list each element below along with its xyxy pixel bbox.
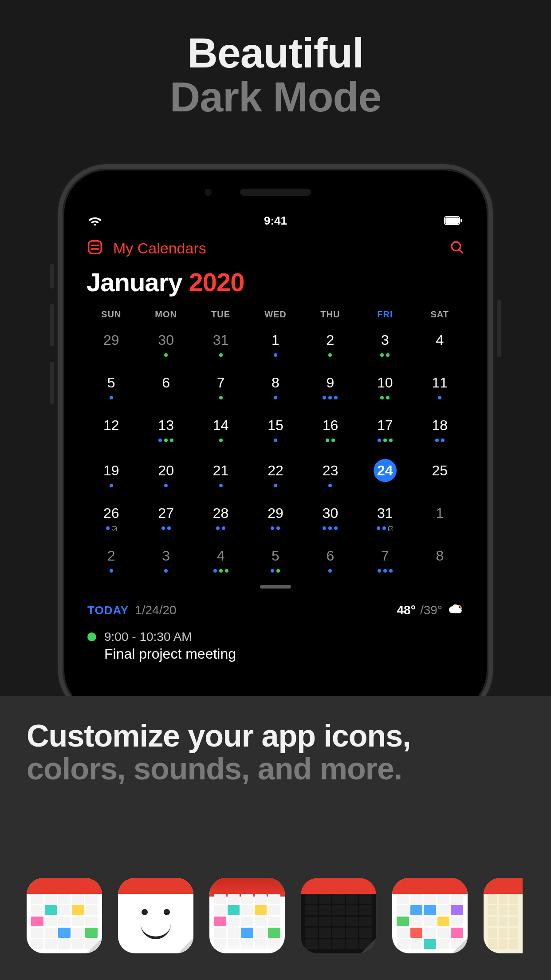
calendar-day[interactable]: 2 bbox=[303, 324, 358, 364]
calendar-day[interactable]: 7 bbox=[358, 540, 412, 580]
app-icon-face[interactable] bbox=[118, 878, 193, 953]
calendar-day[interactable]: 26 bbox=[84, 497, 138, 537]
calendar-day[interactable]: 15 bbox=[248, 409, 303, 449]
day-number: 5 bbox=[100, 371, 123, 394]
calendar-day[interactable]: 19 bbox=[84, 454, 138, 494]
calendars-menu-icon[interactable] bbox=[87, 239, 103, 257]
calendar-day[interactable]: 29 bbox=[84, 324, 138, 364]
calendar-day[interactable]: 22 bbox=[248, 454, 303, 494]
day-event-dots bbox=[274, 439, 277, 443]
calendar-day[interactable]: 30 bbox=[138, 324, 193, 364]
calendar-day[interactable]: 7 bbox=[193, 367, 248, 407]
day-event-dots bbox=[164, 484, 168, 488]
day-event-dots bbox=[219, 484, 223, 488]
calendar-day[interactable]: 13 bbox=[138, 409, 193, 449]
calendar-day[interactable]: 1 bbox=[248, 324, 303, 364]
svg-rect-1 bbox=[445, 217, 459, 224]
day-event-dots bbox=[219, 439, 223, 443]
event-time: 9:00 - 10:30 AM bbox=[104, 630, 236, 644]
calendar-day[interactable]: 20 bbox=[138, 454, 193, 494]
app-icon-scroller[interactable] bbox=[27, 878, 551, 953]
calendar-day[interactable]: 21 bbox=[193, 454, 248, 494]
calendar-day[interactable]: 1 bbox=[413, 497, 467, 537]
month-year: 2020 bbox=[189, 268, 244, 296]
calendar-day[interactable]: 3 bbox=[358, 324, 412, 364]
day-event-dots bbox=[323, 526, 338, 531]
promo-line1: Customize your app icons, bbox=[27, 718, 524, 754]
day-event-dots bbox=[164, 569, 168, 573]
day-number: 23 bbox=[319, 459, 342, 482]
day-number: 29 bbox=[100, 328, 123, 352]
event-row[interactable]: 9:00 - 10:30 AM Final project meeting bbox=[84, 623, 467, 662]
calendar-day[interactable]: 31 bbox=[193, 324, 248, 364]
promo-panel: Customize your app icons, colors, sounds… bbox=[0, 696, 551, 980]
calendar-day[interactable]: 5 bbox=[248, 540, 303, 580]
calendar-day[interactable]: 31 bbox=[358, 497, 412, 537]
temp-low: /39° bbox=[420, 603, 442, 617]
day-number: 13 bbox=[154, 414, 177, 437]
search-icon[interactable] bbox=[449, 240, 464, 257]
calendar-day[interactable]: 25 bbox=[413, 454, 467, 494]
day-number: 31 bbox=[374, 502, 397, 525]
day-number: 3 bbox=[154, 544, 177, 567]
day-event-dots bbox=[378, 439, 393, 443]
calendar-day[interactable]: 23 bbox=[303, 454, 358, 494]
calendar-day[interactable]: 29 bbox=[248, 497, 303, 537]
day-event-dots bbox=[274, 353, 277, 358]
calendar-day[interactable]: 30 bbox=[303, 497, 358, 537]
weekday-sat: SAT bbox=[413, 309, 467, 320]
drawer-handle[interactable] bbox=[260, 585, 291, 589]
calendar-day[interactable]: 4 bbox=[193, 540, 248, 580]
app-icon-sepia[interactable] bbox=[484, 878, 523, 953]
calendar-day[interactable]: 8 bbox=[413, 540, 467, 580]
calendar-day[interactable]: 4 bbox=[413, 324, 467, 364]
calendar-day[interactable]: 11 bbox=[413, 367, 467, 407]
month-title[interactable]: January 2020 bbox=[84, 261, 467, 300]
day-number: 8 bbox=[264, 371, 287, 394]
day-number: 28 bbox=[209, 502, 232, 525]
nav-title[interactable]: My Calendars bbox=[113, 240, 206, 257]
day-event-dots bbox=[328, 484, 332, 488]
calendar-day[interactable]: 28 bbox=[193, 497, 248, 537]
calendar-day[interactable]: 18 bbox=[413, 409, 467, 449]
calendar-day[interactable]: 12 bbox=[84, 409, 138, 449]
calendar-day[interactable]: 3 bbox=[138, 540, 193, 580]
day-number: 7 bbox=[374, 544, 397, 567]
weekday-thu: THU bbox=[303, 309, 358, 320]
day-number: 22 bbox=[264, 459, 287, 482]
app-icon-bright[interactable] bbox=[392, 878, 468, 953]
weekday-tue: TUE bbox=[193, 309, 248, 320]
calendar-day[interactable]: 10 bbox=[358, 367, 412, 407]
calendar-day[interactable]: 16 bbox=[303, 409, 358, 449]
day-number: 4 bbox=[428, 328, 451, 352]
day-event-dots bbox=[161, 526, 171, 531]
day-event-dots bbox=[274, 484, 277, 488]
calendar-day[interactable]: 17 bbox=[358, 409, 412, 449]
calendar-day[interactable]: 9 bbox=[303, 367, 358, 407]
calendar-day[interactable]: 24 bbox=[358, 454, 412, 494]
weather-summary[interactable]: 48°/39° bbox=[397, 602, 464, 618]
calendar-day[interactable]: 27 bbox=[138, 497, 193, 537]
app-icon-classic[interactable] bbox=[27, 878, 102, 953]
calendar-day[interactable]: 2 bbox=[84, 540, 138, 580]
calendar-day[interactable]: 5 bbox=[84, 367, 138, 407]
day-number: 2 bbox=[319, 328, 342, 352]
day-event-dots bbox=[216, 526, 225, 531]
month-name: January bbox=[87, 268, 182, 296]
calendar-day[interactable]: 14 bbox=[193, 409, 248, 449]
day-number: 11 bbox=[428, 371, 451, 394]
battery-icon bbox=[444, 216, 463, 225]
svg-rect-2 bbox=[460, 219, 462, 222]
day-number: 31 bbox=[209, 328, 232, 352]
day-number: 16 bbox=[319, 414, 342, 437]
phone-speaker bbox=[240, 189, 311, 196]
calendar-day[interactable]: 6 bbox=[303, 540, 358, 580]
app-icon-frosted[interactable] bbox=[209, 878, 285, 953]
calendar-day[interactable]: 6 bbox=[138, 367, 193, 407]
calendar-day[interactable]: 8 bbox=[248, 367, 303, 407]
weekday-wed: WED bbox=[248, 309, 303, 320]
event-color-dot bbox=[87, 632, 96, 641]
app-icon-dark[interactable] bbox=[301, 878, 376, 953]
day-number: 25 bbox=[428, 459, 451, 482]
day-number: 19 bbox=[100, 459, 123, 482]
